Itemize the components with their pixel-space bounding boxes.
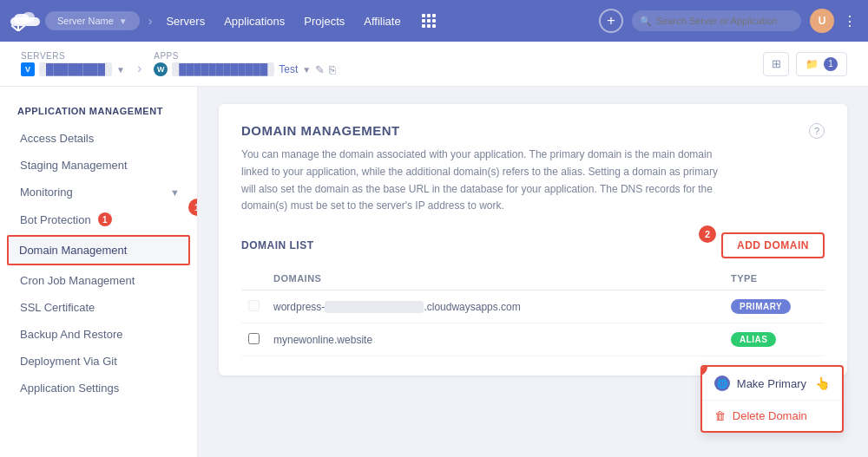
step-badge-2: 2 bbox=[699, 225, 716, 243]
sidebar: Application Management Access Details St… bbox=[0, 87, 198, 457]
server-breadcrumb-pill[interactable]: Server Name ▼ bbox=[45, 11, 140, 30]
help-icon[interactable]: ? bbox=[809, 123, 825, 139]
vultr-icon: V bbox=[21, 62, 35, 76]
apps-breadcrumb: Apps W ████████████ Test ▼ ✎ ⎘ bbox=[154, 51, 336, 76]
view-toggle-button[interactable]: ⊞ bbox=[763, 52, 789, 76]
nav-link-projects[interactable]: Projects bbox=[304, 15, 345, 28]
files-button[interactable]: 📁 1 bbox=[796, 52, 847, 76]
sidebar-group-title: Application Management bbox=[0, 99, 197, 125]
main-layout: Application Management Access Details St… bbox=[0, 87, 868, 457]
section-title: DOMAIN MANAGEMENT bbox=[241, 123, 400, 138]
nav-link-applications[interactable]: Applications bbox=[224, 15, 285, 28]
cloud-logo-icon bbox=[10, 10, 40, 31]
svg-rect-2 bbox=[23, 12, 35, 23]
edit-icon[interactable]: ✎ bbox=[315, 63, 325, 76]
content-area: DOMAIN MANAGEMENT ? You can manage the d… bbox=[198, 87, 868, 457]
delete-domain-label: Delete Domain bbox=[733, 409, 807, 422]
step-badge-1: 1 bbox=[188, 199, 198, 216]
add-domain-button[interactable]: ADD DOMAIN bbox=[721, 232, 825, 258]
make-primary-menu-item[interactable]: 🌐 Make Primary 👆 bbox=[702, 367, 842, 401]
app-name-breadcrumb: ████████████ bbox=[172, 62, 274, 76]
svg-line-3 bbox=[12, 26, 17, 30]
nav-right-actions: + 🔍 U ⋮ bbox=[599, 9, 858, 33]
domain-2-checkbox[interactable] bbox=[248, 333, 260, 344]
servers-breadcrumb: Servers V ████████ ▼ bbox=[21, 51, 125, 76]
server-name: Server Name bbox=[57, 16, 114, 26]
files-badge: 1 bbox=[824, 57, 838, 71]
apps-grid-icon[interactable] bbox=[422, 14, 436, 28]
sidebar-item-application-settings[interactable]: Application Settings bbox=[0, 375, 197, 402]
svg-line-5 bbox=[19, 26, 24, 30]
search-icon: 🔍 bbox=[640, 16, 652, 27]
breadcrumb-arrow-icon: › bbox=[137, 61, 141, 76]
delete-domain-menu-item[interactable]: 🗑 Delete Domain bbox=[702, 401, 842, 431]
nav-links: Servers Applications Projects Affiliate bbox=[166, 14, 599, 28]
app-dropdown-icon[interactable]: ▼ bbox=[302, 65, 311, 75]
breadcrumb-bar: Servers V ████████ ▼ › Apps W ██████████… bbox=[0, 42, 868, 87]
sidebar-item-bot-protection[interactable]: Bot Protection 1 1 bbox=[0, 206, 197, 233]
sidebar-item-access-details[interactable]: Access Details bbox=[0, 125, 197, 152]
domain-1-checkbox[interactable] bbox=[248, 300, 260, 311]
nav-more-icon[interactable]: ⋮ bbox=[843, 13, 858, 29]
sidebar-item-domain-management[interactable]: Domain Management bbox=[7, 235, 190, 265]
nav-arrow-icon: › bbox=[148, 14, 153, 28]
section-description: You can manage the domain associated wit… bbox=[241, 147, 727, 215]
apps-label: Apps bbox=[154, 51, 336, 61]
bot-protection-badge: 1 bbox=[98, 212, 112, 226]
globe-icon: 🌐 bbox=[714, 375, 730, 391]
sidebar-item-staging-management[interactable]: Staging Management bbox=[0, 152, 197, 179]
wordpress-icon: W bbox=[154, 62, 168, 76]
folder-icon: 📁 bbox=[806, 58, 819, 70]
sidebar-item-deployment-via-git[interactable]: Deployment Via Git bbox=[0, 348, 197, 375]
domain-list-title: DOMAIN LIST bbox=[241, 239, 314, 251]
table-row: wordpress-████████████.cloudwaysapps.com… bbox=[241, 291, 825, 323]
col-type: TYPE bbox=[540, 267, 810, 291]
nav-link-servers[interactable]: Servers bbox=[166, 15, 205, 28]
search-wrap: 🔍 bbox=[632, 10, 801, 31]
sidebar-item-ssl-certificate[interactable]: SSL Certificate bbox=[0, 294, 197, 321]
app-test-label: Test bbox=[279, 63, 298, 75]
domain-1-name: wordpress-████████████.cloudwaysapps.com bbox=[266, 291, 540, 323]
sidebar-item-cron-job-management[interactable]: Cron Job Management bbox=[0, 267, 197, 294]
nav-brand[interactable] bbox=[10, 10, 40, 31]
section-card: DOMAIN MANAGEMENT ? You can manage the d… bbox=[219, 104, 847, 375]
search-input[interactable] bbox=[632, 10, 801, 31]
breadcrumb-chevron-icon: ▼ bbox=[119, 16, 128, 26]
add-button[interactable]: + bbox=[599, 9, 623, 33]
domain-list-header: DOMAIN LIST 2 ADD DOMAIN bbox=[241, 232, 825, 258]
col-domains: DOMAINS bbox=[266, 267, 540, 291]
domain-2-type-badge: ALIAS bbox=[731, 332, 777, 347]
context-menu: 3 🌐 Make Primary 👆 🗑 Delete Domain bbox=[700, 365, 844, 433]
monitoring-chevron-icon: ▼ bbox=[170, 187, 180, 198]
server-dropdown-icon[interactable]: ▼ bbox=[116, 65, 125, 75]
external-link-icon[interactable]: ⎘ bbox=[329, 63, 336, 76]
domain-2-name: mynewonline.website bbox=[266, 323, 540, 356]
table-row: mynewonline.website ALIAS bbox=[241, 323, 825, 356]
cursor-hand-icon: 👆 bbox=[815, 376, 830, 390]
user-avatar[interactable]: U bbox=[810, 9, 834, 33]
sidebar-item-backup-restore[interactable]: Backup And Restore bbox=[0, 321, 197, 348]
trash-icon: 🗑 bbox=[714, 409, 726, 422]
breadcrumb-right-actions: ⊞ 📁 1 bbox=[763, 52, 847, 76]
domain-table: DOMAINS TYPE wordpress-████████████.clou… bbox=[241, 267, 825, 356]
top-nav: Server Name ▼ › Servers Applications Pro… bbox=[0, 0, 868, 42]
server-name-breadcrumb: ████████ bbox=[39, 62, 112, 76]
make-primary-label: Make Primary bbox=[737, 377, 806, 390]
sidebar-item-monitoring[interactable]: Monitoring ▼ bbox=[0, 179, 197, 206]
domain-1-type-badge: PRIMARY bbox=[731, 299, 791, 314]
nav-link-affiliate[interactable]: Affiliate bbox=[364, 15, 400, 28]
servers-label: Servers bbox=[21, 51, 125, 61]
